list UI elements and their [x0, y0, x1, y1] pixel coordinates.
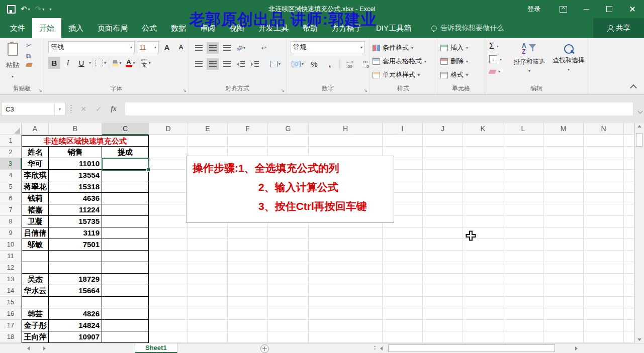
- cell-K8[interactable]: [463, 216, 503, 227]
- cell-D17[interactable]: [149, 320, 188, 331]
- copy-button[interactable]: ⧉: [26, 53, 32, 59]
- cell-N16[interactable]: [584, 308, 624, 320]
- conditional-formatting-button[interactable]: 条件格式▾: [373, 43, 413, 52]
- tab-文件[interactable]: 文件: [3, 18, 32, 38]
- scroll-down-icon[interactable]: [637, 338, 641, 341]
- cell-L3[interactable]: [503, 158, 543, 170]
- cell-C18[interactable]: [102, 331, 149, 343]
- cell-C8[interactable]: [102, 216, 149, 227]
- cell-J9[interactable]: [423, 227, 463, 239]
- cell-I13[interactable]: [383, 274, 423, 285]
- italic-button[interactable]: I: [62, 57, 74, 69]
- cell-H14[interactable]: [309, 285, 383, 297]
- cell-B10[interactable]: 7501: [49, 239, 102, 251]
- cell-K1[interactable]: [463, 135, 503, 147]
- minimize-button[interactable]: [575, 0, 598, 18]
- cell-E1[interactable]: [188, 135, 228, 147]
- insert-cells-button[interactable]: 插入▾: [440, 43, 468, 52]
- cell-O15[interactable]: [624, 297, 634, 308]
- cell-B3[interactable]: 11010: [49, 158, 102, 170]
- cell-M17[interactable]: [543, 320, 584, 331]
- cell-N4[interactable]: [584, 170, 624, 181]
- column-header-E[interactable]: E: [188, 123, 228, 135]
- cell-H13[interactable]: [309, 274, 383, 285]
- collapse-ribbon-button[interactable]: [630, 84, 637, 91]
- cell-D6[interactable]: [149, 193, 188, 204]
- find-select-button[interactable]: 查找和选择 ▾: [549, 42, 588, 87]
- cell-E16[interactable]: [188, 308, 228, 320]
- clipboard-dialog-launcher[interactable]: ↘: [38, 88, 42, 93]
- cell-A16[interactable]: 韩芸: [22, 308, 49, 320]
- row-header-9[interactable]: 9: [0, 227, 22, 239]
- instruction-text-box[interactable]: 操作步骤:1、全选填充公式的列 2、输入计算公式 3、按住Ctrl再按回车键: [186, 156, 394, 223]
- increase-indent-button[interactable]: [249, 58, 261, 70]
- cell-I11[interactable]: [383, 251, 423, 262]
- borders-button[interactable]: ▾: [95, 57, 107, 69]
- sign-in-button[interactable]: 登录: [516, 0, 551, 18]
- cell-I10[interactable]: [383, 239, 423, 251]
- cell-H12[interactable]: [309, 262, 383, 274]
- column-header-F[interactable]: F: [228, 123, 268, 135]
- cell-H17[interactable]: [309, 320, 383, 331]
- cell-L8[interactable]: [503, 216, 543, 227]
- cell-A12[interactable]: [22, 262, 49, 274]
- cell-C16[interactable]: [102, 308, 149, 320]
- cell-M18[interactable]: [543, 331, 584, 343]
- cell-M4[interactable]: [543, 170, 584, 181]
- bold-button[interactable]: B: [48, 57, 60, 69]
- row-header-4[interactable]: 4: [0, 170, 22, 181]
- cell-I14[interactable]: [383, 285, 423, 297]
- cell-L9[interactable]: [503, 227, 543, 239]
- cell-C10[interactable]: [102, 239, 149, 251]
- cell-J18[interactable]: [423, 331, 463, 343]
- cell-D16[interactable]: [149, 308, 188, 320]
- cell-K4[interactable]: [463, 170, 503, 181]
- row-header-18[interactable]: 18: [0, 331, 22, 343]
- row-header-17[interactable]: 17: [0, 320, 22, 331]
- font-color-button[interactable]: A▾: [124, 57, 136, 69]
- tab-公式[interactable]: 公式: [135, 18, 164, 38]
- previous-sheet-button[interactable]: [27, 346, 30, 350]
- cell-K5[interactable]: [463, 181, 503, 193]
- cell-I16[interactable]: [383, 308, 423, 320]
- cell-O16[interactable]: [624, 308, 634, 320]
- cell-A17[interactable]: 金子彤: [22, 320, 49, 331]
- row-header-14[interactable]: 14: [0, 285, 22, 297]
- next-sheet-button[interactable]: [43, 346, 46, 350]
- cell-G16[interactable]: [268, 308, 309, 320]
- row-header-1[interactable]: 1: [0, 135, 22, 147]
- cell-G14[interactable]: [268, 285, 309, 297]
- cell-G13[interactable]: [268, 274, 309, 285]
- cell-F11[interactable]: [228, 251, 268, 262]
- tab-页面布局[interactable]: 页面布局: [90, 18, 135, 38]
- clear-button[interactable]: ▾: [489, 69, 500, 74]
- cell-O18[interactable]: [624, 331, 634, 343]
- cut-button[interactable]: ✂: [26, 42, 32, 49]
- cell-O1[interactable]: [624, 135, 634, 147]
- cell-F18[interactable]: [228, 331, 268, 343]
- cell-A1-table-title[interactable]: 非连续区域快速填充公式: [22, 135, 149, 147]
- column-header-K[interactable]: K: [463, 123, 503, 135]
- cell-K3[interactable]: [463, 158, 503, 170]
- cell-styles-button[interactable]: 单元格样式▾: [373, 70, 420, 79]
- cell-J12[interactable]: [423, 262, 463, 274]
- row-header-12[interactable]: 12: [0, 262, 22, 274]
- cell-I9[interactable]: [383, 227, 423, 239]
- cell-N8[interactable]: [584, 216, 624, 227]
- cell-E14[interactable]: [188, 285, 228, 297]
- column-header-I[interactable]: I: [383, 123, 423, 135]
- sort-filter-button[interactable]: A Z 排序和筛选 ▾: [508, 42, 550, 87]
- cell-O10[interactable]: [624, 239, 634, 251]
- cell-F16[interactable]: [228, 308, 268, 320]
- column-header-A[interactable]: A: [22, 123, 49, 135]
- cell-B15[interactable]: [49, 297, 102, 308]
- cell-J16[interactable]: [423, 308, 463, 320]
- cell-M3[interactable]: [543, 158, 584, 170]
- cell-N10[interactable]: [584, 239, 624, 251]
- cell-N13[interactable]: [584, 274, 624, 285]
- column-header-B[interactable]: B: [49, 123, 102, 135]
- cell-A9[interactable]: 吕倩倩: [22, 227, 49, 239]
- cell-O2[interactable]: [624, 147, 634, 158]
- cell-L15[interactable]: [503, 297, 543, 308]
- cell-B12[interactable]: [49, 262, 102, 274]
